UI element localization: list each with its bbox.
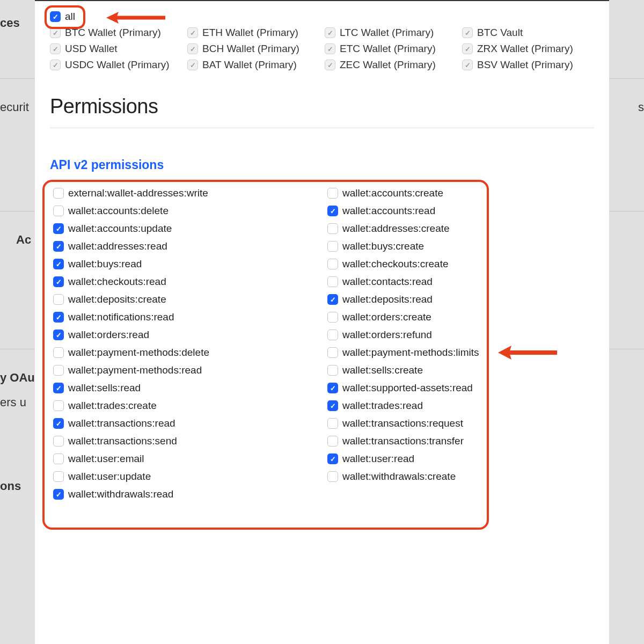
permission-checkbox[interactable]: ✓ <box>327 383 338 393</box>
permission-checkbox[interactable] <box>327 365 338 376</box>
permission-checkbox[interactable]: ✓ <box>53 223 64 234</box>
permission-checkbox[interactable] <box>327 471 338 482</box>
wallet-item[interactable]: ✓ZRX Wallet (Primary) <box>462 43 594 55</box>
permission-checkbox[interactable]: ✓ <box>53 276 64 287</box>
permission-checkbox[interactable] <box>327 276 338 287</box>
permission-item[interactable]: ✓wallet:supported-assets:read <box>327 382 591 394</box>
permission-item[interactable]: wallet:checkouts:create <box>327 258 591 270</box>
wallet-item[interactable]: ✓BTC Vault <box>462 27 594 39</box>
permission-checkbox[interactable]: ✓ <box>53 312 64 323</box>
wallet-item[interactable]: ✓BCH Wallet (Primary) <box>187 43 319 55</box>
permission-item[interactable]: wallet:accounts:create <box>327 187 591 199</box>
permission-item[interactable]: ✓wallet:accounts:update <box>53 223 317 235</box>
permission-checkbox[interactable] <box>53 206 64 216</box>
check-icon: ✓ <box>327 46 333 53</box>
wallet-item[interactable]: ✓USDC Wallet (Primary) <box>50 59 182 71</box>
permission-item[interactable]: wallet:user:update <box>53 471 317 482</box>
permission-item[interactable]: wallet:trades:create <box>53 400 317 412</box>
permission-item[interactable]: ✓wallet:transactions:read <box>53 418 317 429</box>
wallet-checkbox[interactable]: ✓ <box>325 27 335 38</box>
wallet-item[interactable]: ✓BAT Wallet (Primary) <box>187 59 319 71</box>
permission-checkbox[interactable]: ✓ <box>53 383 64 393</box>
permission-item[interactable]: wallet:transactions:request <box>327 418 591 429</box>
permission-checkbox[interactable]: ✓ <box>327 453 338 464</box>
wallet-checkbox[interactable]: ✓ <box>325 60 335 70</box>
permission-item[interactable]: wallet:contacts:read <box>327 276 591 288</box>
permission-item[interactable]: wallet:payment-methods:delete <box>53 347 317 358</box>
permission-item[interactable]: wallet:transactions:transfer <box>327 435 591 447</box>
permission-item[interactable]: wallet:deposits:create <box>53 294 317 305</box>
wallet-item[interactable]: ✓BSV Wallet (Primary) <box>462 59 594 71</box>
permission-item[interactable]: ✓wallet:notifications:read <box>53 311 317 323</box>
permission-item[interactable]: ✓wallet:buys:read <box>53 258 317 270</box>
wallet-checkbox[interactable]: ✓ <box>50 27 61 38</box>
permission-item[interactable]: ✓wallet:withdrawals:read <box>53 488 317 500</box>
permission-checkbox[interactable]: ✓ <box>53 241 64 252</box>
permission-checkbox[interactable] <box>53 294 64 305</box>
permission-item[interactable]: external:wallet-addresses:write <box>53 187 317 199</box>
permission-checkbox[interactable]: ✓ <box>53 489 64 500</box>
permission-checkbox[interactable] <box>53 188 64 199</box>
permission-item[interactable]: wallet:transactions:send <box>53 435 317 447</box>
permission-item[interactable]: ✓wallet:trades:read <box>327 400 591 412</box>
wallet-checkbox[interactable]: ✓ <box>462 27 473 38</box>
wallet-item[interactable]: ✓BTC Wallet (Primary) <box>50 27 182 39</box>
permission-checkbox[interactable] <box>53 453 64 464</box>
permission-checkbox[interactable] <box>53 347 64 358</box>
permission-label: wallet:addresses:read <box>68 240 167 252</box>
wallet-checkbox[interactable]: ✓ <box>187 43 198 54</box>
wallet-checkbox[interactable]: ✓ <box>462 43 473 54</box>
permission-checkbox[interactable] <box>53 471 64 482</box>
permission-item[interactable]: wallet:sells:create <box>327 364 591 376</box>
permission-checkbox[interactable] <box>327 347 338 358</box>
permission-checkbox[interactable]: ✓ <box>53 418 64 429</box>
permission-item[interactable]: wallet:user:email <box>53 453 317 465</box>
permission-item[interactable]: ✓wallet:user:read <box>327 453 591 465</box>
permission-checkbox[interactable]: ✓ <box>327 294 338 305</box>
wallet-item[interactable]: ✓USD Wallet <box>50 43 182 55</box>
permission-checkbox[interactable] <box>53 400 64 411</box>
permission-item[interactable]: wallet:orders:create <box>327 311 591 323</box>
permission-item[interactable]: wallet:orders:refund <box>327 329 591 341</box>
permission-checkbox[interactable]: ✓ <box>327 206 338 216</box>
permission-item[interactable]: ✓wallet:addresses:read <box>53 240 317 252</box>
permission-item[interactable]: wallet:payment-methods:read <box>53 364 317 376</box>
permission-item[interactable]: wallet:withdrawals:create <box>327 471 591 482</box>
permission-label: wallet:transactions:transfer <box>342 435 464 447</box>
wallet-checkbox[interactable]: ✓ <box>187 60 198 70</box>
permission-item[interactable]: ✓wallet:deposits:read <box>327 294 591 305</box>
permission-item[interactable]: wallet:payment-methods:limits <box>327 347 591 358</box>
permission-checkbox[interactable] <box>53 436 64 447</box>
permission-checkbox[interactable]: ✓ <box>53 330 64 340</box>
wallet-item[interactable]: ✓ETH Wallet (Primary) <box>187 27 319 39</box>
permission-item[interactable]: ✓wallet:checkouts:read <box>53 276 317 288</box>
permission-checkbox[interactable]: ✓ <box>53 259 64 269</box>
wallet-item[interactable]: ✓ETC Wallet (Primary) <box>325 43 457 55</box>
checkbox-all[interactable]: ✓ <box>50 11 61 22</box>
permission-checkbox[interactable] <box>327 241 338 252</box>
permission-checkbox[interactable] <box>327 259 338 269</box>
permission-checkbox[interactable] <box>327 418 338 429</box>
wallet-item[interactable]: ✓LTC Wallet (Primary) <box>325 27 457 39</box>
permission-item[interactable]: wallet:buys:create <box>327 240 591 252</box>
permission-checkbox[interactable] <box>327 223 338 234</box>
permission-item[interactable]: wallet:addresses:create <box>327 223 591 235</box>
permission-checkbox[interactable] <box>327 436 338 447</box>
wallet-checkbox[interactable]: ✓ <box>325 43 335 54</box>
permission-item[interactable]: ✓wallet:accounts:read <box>327 205 591 217</box>
wallet-item[interactable]: ✓ZEC Wallet (Primary) <box>325 59 457 71</box>
permission-checkbox[interactable]: ✓ <box>327 400 338 411</box>
wallet-checkbox[interactable]: ✓ <box>50 60 61 70</box>
permission-checkbox[interactable] <box>327 188 338 199</box>
wallet-checkbox[interactable]: ✓ <box>462 60 473 70</box>
wallet-checkbox[interactable]: ✓ <box>187 27 198 38</box>
permission-checkbox[interactable] <box>327 312 338 323</box>
wallet-checkbox[interactable]: ✓ <box>50 43 61 54</box>
permission-checkbox[interactable] <box>327 330 338 340</box>
permission-label: wallet:accounts:delete <box>68 205 169 217</box>
permission-item[interactable]: wallet:accounts:delete <box>53 205 317 217</box>
permission-checkbox[interactable] <box>53 365 64 376</box>
permission-item[interactable]: ✓wallet:orders:read <box>53 329 317 341</box>
wallet-label: BAT Wallet (Primary) <box>202 59 297 71</box>
permission-item[interactable]: ✓wallet:sells:read <box>53 382 317 394</box>
